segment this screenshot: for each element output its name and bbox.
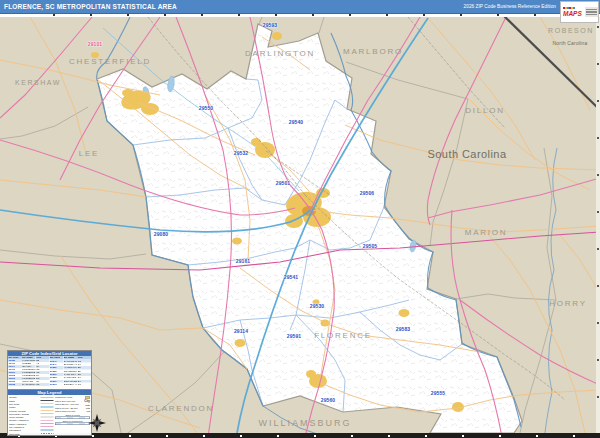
legend-item-railroads: Railroads xyxy=(9,432,54,435)
map-title: FLORENCE, SC METROPOLITAN STATISTICAL AR… xyxy=(4,0,177,13)
wall-map-page: 2910129593295502954029532295012950629080… xyxy=(0,0,600,438)
scale-km-bar xyxy=(55,423,90,426)
logo-fineprint xyxy=(585,7,598,17)
legend-line-items: CountyStateZIP CodeWaterPrimary RoadsSec… xyxy=(9,396,54,436)
legend-city-class: Cities 25,000 - 100,000City xyxy=(55,403,90,407)
scale-km: Scale in Kilometers xyxy=(55,420,90,425)
map-legend-panel: Map Legend CountyStateZIP CodeWaterPrima… xyxy=(7,389,92,436)
title-bar: FLORENCE, SC METROPOLITAN STATISTICAL AR… xyxy=(0,0,600,14)
scale-miles: Scale in Miles xyxy=(55,414,90,419)
logo-text: MAPS xyxy=(563,7,582,17)
legend-city-classes: Urbanized AreasCities Over 100,000CityCi… xyxy=(55,396,90,414)
publisher-logo: MAPS xyxy=(560,1,599,23)
zip-index-table: ZIP CodeZIP NameGrid29080LYNCHBURGB32910… xyxy=(8,356,50,386)
edition-label: 2026 ZIP Code Business Reference Edition xyxy=(464,0,556,13)
zip-index-table: ZIP CodeZIP NameGrid29540DARLINGTONC2295… xyxy=(50,356,92,386)
grid-ruler-right xyxy=(596,17,600,433)
compass-rose xyxy=(88,414,106,432)
legend-city-class: Cities Under 10,000City xyxy=(55,410,90,414)
scale-miles-bar xyxy=(55,417,90,420)
zip-index-panel: ZIP Code Index/Grid Locator ZIP CodeZIP … xyxy=(7,350,92,390)
